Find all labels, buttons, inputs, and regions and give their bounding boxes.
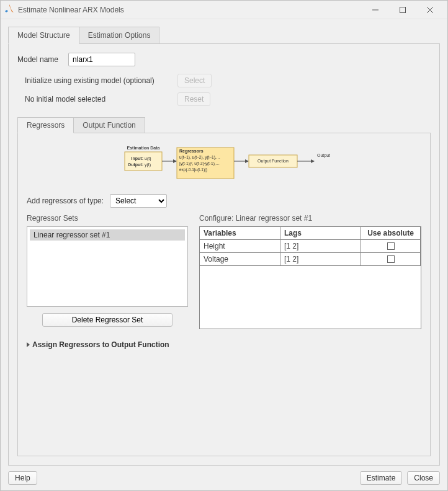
configure-title: Configure: Linear regressor set #1 xyxy=(199,214,421,223)
svg-text:Output: Output xyxy=(317,153,330,158)
maximize-button[interactable] xyxy=(389,1,416,19)
select-init-model-button[interactable]: Select xyxy=(177,74,212,87)
top-tabs: Model Structure Estimation Options xyxy=(8,27,440,44)
subtab-regressors[interactable]: Regressors xyxy=(17,117,74,133)
add-regressors-row: Add regressors of type: Select xyxy=(27,194,421,208)
checkbox-use-absolute[interactable] xyxy=(387,255,395,263)
init-model-status-row: No initial model selected Reset xyxy=(17,92,431,106)
init-model-label: Initialize using existing model (optiona… xyxy=(25,76,177,85)
tab-model-structure[interactable]: Model Structure xyxy=(8,27,79,44)
chevron-right-icon xyxy=(27,342,30,347)
svg-text:Input:: Input: xyxy=(132,156,143,161)
close-window-button[interactable] xyxy=(416,1,444,19)
svg-text:u(t): u(t) xyxy=(145,156,151,161)
cell-use-absolute[interactable] xyxy=(361,253,421,266)
titlebar: Estimate Nonlinear ARX Models xyxy=(1,1,447,19)
table-row: Height [1 2] xyxy=(200,240,421,253)
sub-tabs: Regressors Output Function xyxy=(17,117,431,133)
svg-text:Regressors: Regressors xyxy=(179,149,204,154)
checkbox-use-absolute[interactable] xyxy=(387,242,395,250)
svg-text:u(t–1), u(t–2), y(t–1),…: u(t–1), u(t–2), y(t–1),… xyxy=(179,155,220,160)
table-header-row: Variables Lags Use absolute xyxy=(200,227,421,240)
model-diagram: Estimation Data Input: u(t) Output: y(t) xyxy=(27,144,421,183)
list-item[interactable]: Linear regressor set #1 xyxy=(30,229,185,241)
svg-text:Estimation Data: Estimation Data xyxy=(127,146,160,150)
svg-marker-11 xyxy=(173,159,177,163)
header-variables: Variables xyxy=(200,227,280,240)
tab-panel-model-structure: Model name Initialize using existing mod… xyxy=(8,43,440,466)
diagram-svg: Estimation Data Input: u(t) Output: y(t) xyxy=(106,144,342,183)
svg-rect-5 xyxy=(125,152,162,170)
assign-regressors-toggle[interactable]: Assign Regressors to Output Function xyxy=(27,340,421,349)
regressor-sets-listbox[interactable]: Linear regressor set #1 xyxy=(27,226,188,307)
regressor-columns: Regressor Sets Linear regressor set #1 D… xyxy=(27,214,421,329)
cell-variable[interactable]: Voltage xyxy=(200,253,280,266)
dialog-window: Estimate Nonlinear ARX Models Model Stru… xyxy=(0,0,448,491)
model-name-label: Model name xyxy=(17,55,68,64)
header-use-absolute: Use absolute xyxy=(361,227,421,240)
cell-lags[interactable]: [1 2] xyxy=(280,240,361,253)
subtab-panel-regressors: Estimation Data Input: u(t) Output: y(t) xyxy=(17,133,431,456)
configure-column: Configure: Linear regressor set #1 Varia… xyxy=(199,214,421,329)
svg-text:y(t): y(t) xyxy=(145,162,151,167)
svg-text:Output:: Output: xyxy=(128,162,143,167)
init-model-row: Initialize using existing model (optiona… xyxy=(17,74,431,87)
dialog-content: Model Structure Estimation Options Model… xyxy=(1,19,447,466)
reset-init-model-button[interactable]: Reset xyxy=(177,92,210,106)
cell-lags[interactable]: [1 2] xyxy=(280,253,361,266)
model-name-row: Model name xyxy=(17,53,431,66)
delete-regressor-set-button[interactable]: Delete Regressor Set xyxy=(42,313,172,327)
regressor-sets-column: Regressor Sets Linear regressor set #1 D… xyxy=(27,214,188,329)
svg-text:exp(-0.1|u(t-1)|): exp(-0.1|u(t-1)|) xyxy=(179,167,207,172)
svg-text:|y(t-1)|², u(t-2)·y(t-1),…: |y(t-1)|², u(t-2)·y(t-1),… xyxy=(179,161,220,166)
svg-marker-22 xyxy=(311,159,315,163)
close-button[interactable]: Close xyxy=(407,471,440,485)
assign-regressors-label: Assign Regressors to Output Function xyxy=(32,340,169,349)
estimate-button[interactable]: Estimate xyxy=(360,471,403,485)
dialog-button-bar: Help Estimate Close xyxy=(1,466,447,490)
configure-table: Variables Lags Use absolute Height [1 2] xyxy=(199,226,421,329)
matlab-icon xyxy=(4,4,14,15)
svg-text:Output Function: Output Function xyxy=(258,159,289,164)
cell-variable[interactable]: Height xyxy=(200,240,280,253)
tab-estimation-options[interactable]: Estimation Options xyxy=(79,27,160,44)
cell-use-absolute[interactable] xyxy=(361,240,421,253)
svg-rect-1 xyxy=(400,7,406,12)
init-model-none-label: No initial model selected xyxy=(25,95,177,104)
subtab-output-function[interactable]: Output Function xyxy=(74,117,145,133)
help-button[interactable]: Help xyxy=(8,471,37,485)
model-name-input[interactable] xyxy=(68,53,135,66)
window-title: Estimate Nonlinear ARX Models xyxy=(18,6,124,14)
regressor-sets-title: Regressor Sets xyxy=(27,214,188,223)
add-regressors-label: Add regressors of type: xyxy=(27,197,104,205)
header-lags: Lags xyxy=(280,227,361,240)
table-row: Voltage [1 2] xyxy=(200,253,421,266)
minimize-button[interactable] xyxy=(362,1,389,19)
add-regressors-type-select[interactable]: Select xyxy=(110,194,167,208)
svg-marker-18 xyxy=(245,159,249,163)
